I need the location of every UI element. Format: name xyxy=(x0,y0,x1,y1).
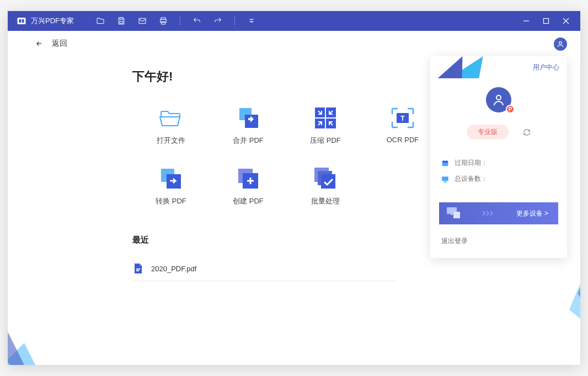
back-button[interactable]: 返回 xyxy=(34,39,558,49)
action-convert-pdf[interactable]: 转换 PDF xyxy=(132,168,210,206)
action-label: 转换 PDF xyxy=(156,196,186,206)
undo-icon[interactable] xyxy=(193,17,201,25)
back-label: 返回 xyxy=(52,39,67,49)
svg-rect-38 xyxy=(443,181,447,182)
print-icon[interactable] xyxy=(159,17,168,25)
svg-rect-8 xyxy=(162,22,165,24)
action-create-pdf[interactable]: 创建 PDF xyxy=(210,168,287,206)
menu-icon[interactable] xyxy=(247,17,256,25)
maximize-button[interactable] xyxy=(536,11,556,31)
recent-file-item[interactable]: 2020_PDF.pdf xyxy=(132,259,397,281)
user-panel: 用户中心 P 专业版 过期日期： xyxy=(430,56,567,258)
action-batch[interactable]: 批量处理 xyxy=(287,168,364,206)
svg-rect-40 xyxy=(451,214,453,215)
corner-decoration-icon xyxy=(8,310,57,365)
svg-rect-2 xyxy=(22,19,24,23)
close-button[interactable] xyxy=(556,11,576,31)
corner-decoration-icon xyxy=(564,244,580,332)
svg-rect-4 xyxy=(120,22,122,24)
more-devices-button[interactable]: 更多设备 > xyxy=(439,202,558,224)
action-label: 打开文件 xyxy=(157,136,185,146)
mail-icon[interactable] xyxy=(138,17,147,25)
divider xyxy=(180,17,180,25)
svg-rect-0 xyxy=(18,18,26,24)
app-title: 万兴PDF专家 xyxy=(31,16,74,26)
calendar-icon xyxy=(441,159,449,167)
save-icon[interactable] xyxy=(117,17,126,25)
user-account-button[interactable] xyxy=(554,37,567,51)
action-label: 压缩 PDF xyxy=(310,136,341,146)
redo-icon[interactable] xyxy=(213,17,222,25)
action-open-file[interactable]: 打开文件 xyxy=(132,107,210,146)
svg-point-31 xyxy=(496,95,501,100)
svg-point-30 xyxy=(559,41,562,44)
monitor-icon xyxy=(441,175,449,183)
divider xyxy=(234,17,235,25)
svg-rect-27 xyxy=(321,174,335,189)
action-merge-pdf[interactable]: 合并 PDF xyxy=(210,107,287,146)
batch-icon xyxy=(313,168,338,190)
svg-text:T: T xyxy=(400,115,405,122)
more-devices-label: 更多设备 > xyxy=(516,209,548,218)
svg-rect-41 xyxy=(453,212,460,218)
refresh-icon[interactable] xyxy=(523,128,531,136)
action-label: 批量处理 xyxy=(311,196,340,206)
svg-rect-37 xyxy=(444,181,446,181)
expiry-row: 过期日期： xyxy=(441,158,556,168)
folder-open-icon xyxy=(159,107,183,129)
ocr-icon: T xyxy=(391,107,415,129)
recent-file-name: 2020_PDF.pdf xyxy=(151,265,196,273)
svg-rect-29 xyxy=(136,270,139,271)
user-center-link[interactable]: 用户中心 xyxy=(533,63,559,72)
logout-button[interactable]: 退出登录 xyxy=(430,227,567,258)
action-label: 合并 PDF xyxy=(233,136,264,146)
svg-rect-10 xyxy=(544,19,549,24)
minimize-button[interactable] xyxy=(516,11,536,31)
create-icon xyxy=(236,168,260,190)
compress-icon xyxy=(313,107,338,129)
devices-row: 总设备数： xyxy=(441,174,556,184)
pro-avatar-badge: P xyxy=(506,105,515,114)
svg-rect-1 xyxy=(19,19,22,23)
devices-label: 总设备数： xyxy=(455,174,488,184)
action-ocr-pdf[interactable]: T OCR PDF xyxy=(364,107,441,146)
user-avatar-icon: P xyxy=(486,87,511,112)
expiry-label: 过期日期： xyxy=(455,158,488,168)
folder-icon[interactable] xyxy=(96,17,105,25)
app-logo-icon xyxy=(17,16,26,26)
svg-marker-45 xyxy=(569,244,580,332)
title-bar: 万兴PDF专家 xyxy=(8,11,580,31)
pro-badge: 专业版 xyxy=(467,125,509,139)
svg-rect-36 xyxy=(442,176,448,181)
chevrons-icon xyxy=(482,210,496,217)
devices-banner-icon xyxy=(446,207,461,219)
merge-icon xyxy=(236,107,260,129)
action-label: 创建 PDF xyxy=(233,196,264,206)
pdf-file-icon xyxy=(132,263,143,274)
svg-rect-28 xyxy=(136,268,140,270)
svg-rect-3 xyxy=(120,18,122,19)
svg-rect-33 xyxy=(442,160,448,162)
convert-icon xyxy=(159,168,183,190)
action-label: OCR PDF xyxy=(387,136,419,144)
action-compress-pdf[interactable]: 压缩 PDF xyxy=(287,107,364,146)
